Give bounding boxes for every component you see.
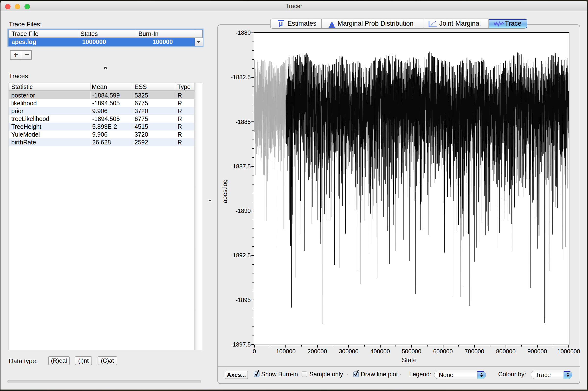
svg-text:1: 1 bbox=[331, 24, 333, 28]
svg-text:µ: µ bbox=[279, 20, 283, 27]
